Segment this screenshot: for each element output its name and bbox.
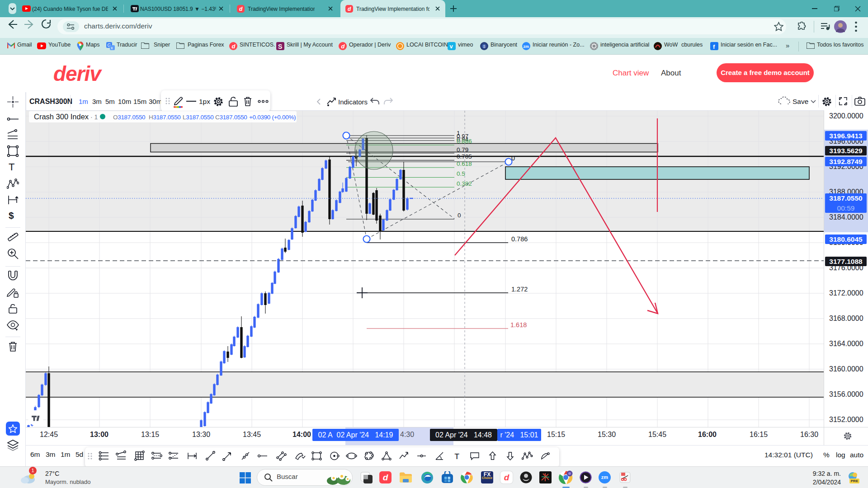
svg-text:Crash 300 Index: Crash 300 Index	[34, 113, 89, 121]
svg-text:L3187.0550: L3187.0550	[183, 114, 213, 121]
svg-text:S: S	[278, 43, 282, 50]
svg-text:d: d	[232, 43, 236, 50]
svg-text:C3187.0550: C3187.0550	[215, 114, 247, 121]
svg-text:0.886: 0.886	[457, 138, 472, 145]
svg-text:x: x	[111, 46, 113, 50]
svg-text:0.786: 0.786	[511, 235, 528, 243]
svg-text:H3187.0550: H3187.0550	[149, 114, 181, 121]
svg-text:$: $	[483, 44, 486, 49]
svg-text:0.705: 0.705	[457, 153, 472, 160]
svg-text:T: T	[454, 452, 459, 461]
svg-text:d: d	[341, 43, 345, 50]
svg-text:0.79: 0.79	[457, 146, 468, 153]
svg-text:· 1: · 1	[90, 113, 98, 121]
svg-text:+0.0390 (+0.00%): +0.0390 (+0.00%)	[249, 114, 296, 121]
svg-text:1.272: 1.272	[511, 286, 528, 293]
svg-text:d: d	[239, 6, 243, 12]
svg-text:d: d	[348, 6, 351, 12]
svg-text:0: 0	[458, 212, 461, 219]
svg-text:0.618: 0.618	[457, 160, 472, 167]
svg-text:0.5: 0.5	[457, 170, 465, 177]
svg-text:zm: zm	[524, 44, 529, 49]
svg-text:f: f	[713, 43, 715, 50]
svg-text:v: v	[450, 43, 453, 50]
svg-text:O3187.0550: O3187.0550	[113, 114, 145, 121]
svg-text:1.618: 1.618	[510, 321, 527, 328]
